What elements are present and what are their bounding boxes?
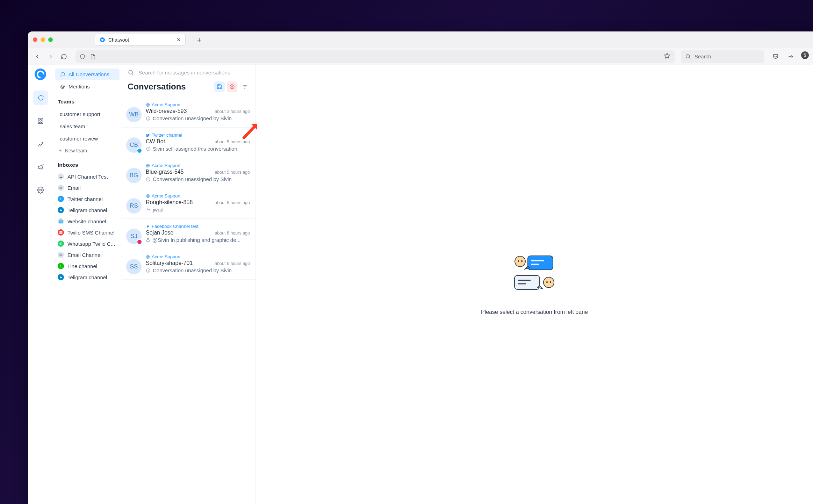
- conversation-item[interactable]: SJ Facebook Channel test Sojan Jose abou…: [122, 219, 256, 249]
- browser-tab[interactable]: Chatwoot ✕: [95, 34, 186, 46]
- sidebar-inbox-item[interactable]: ➤Teligram channel: [53, 204, 122, 216]
- channel-badge-icon: [137, 148, 142, 153]
- conversation-snippet: Sivin self-assigned this conversation: [146, 146, 250, 152]
- conversation-name: Wild-breeze-593: [146, 108, 211, 114]
- sidebar: All Conversations @ Mentions Teams custo…: [53, 65, 122, 504]
- reload-button[interactable]: [59, 51, 69, 62]
- minimize-window-button[interactable]: [41, 37, 45, 42]
- new-team-button[interactable]: ＋New team: [53, 145, 122, 156]
- at-icon: @: [60, 84, 65, 89]
- svg-rect-15: [147, 240, 150, 242]
- avatar: BG: [126, 168, 142, 183]
- new-tab-button[interactable]: ＋: [195, 35, 203, 45]
- back-button[interactable]: [32, 51, 43, 62]
- avatar: WB: [126, 107, 142, 122]
- maximize-window-button[interactable]: [48, 37, 53, 42]
- sidebar-item-mentions[interactable]: @ Mentions: [55, 81, 120, 92]
- conversation-time: about 5 hours ago: [215, 139, 250, 144]
- sidebar-team-item[interactable]: customer support: [55, 108, 120, 120]
- sidebar-inbox-item[interactable]: tTwitter channel: [53, 193, 122, 204]
- filter-button[interactable]: [239, 81, 250, 92]
- nav-rail: [28, 65, 53, 504]
- rail-contacts[interactable]: [33, 114, 48, 128]
- avatar: SJ: [126, 229, 142, 244]
- placeholder-text: Please select a conversation from left p…: [481, 309, 588, 315]
- conversation-item[interactable]: RS Acme Support Rough-silence-858 about …: [122, 188, 256, 219]
- tab-title: Chatwoot: [108, 37, 173, 43]
- conversation-name: CW Bot: [146, 138, 211, 145]
- conversation-time: about 6 hours ago: [215, 231, 250, 236]
- svg-point-19: [515, 256, 525, 267]
- conversation-item[interactable]: SS Acme Support Solitary-shape-701 about…: [122, 249, 256, 280]
- conversation-snippet: @Sivin In publishing and graphic de...: [146, 237, 250, 243]
- conversation-name: Rough-silence-858: [146, 199, 211, 206]
- window-controls: [33, 37, 53, 42]
- svg-point-8: [148, 119, 149, 120]
- sidebar-inbox-item[interactable]: 🌐Website channel: [53, 216, 122, 227]
- svg-rect-22: [528, 256, 553, 270]
- rail-conversations[interactable]: [33, 91, 48, 105]
- conversation-name: Blue-grass-545: [146, 169, 211, 175]
- conversation-name: Solitary-shape-701: [146, 260, 211, 266]
- channel-badge-icon: [137, 239, 142, 245]
- clear-filters-button[interactable]: [227, 81, 237, 92]
- avatar: CB: [126, 137, 142, 153]
- svg-point-29: [546, 281, 548, 283]
- sidebar-inbox-item[interactable]: ➤Teligram channel: [53, 272, 122, 283]
- bookmark-button[interactable]: [664, 52, 670, 60]
- sidebar-inbox-item[interactable]: ✉Email: [53, 182, 122, 193]
- svg-point-4: [129, 70, 132, 74]
- rail-settings[interactable]: [33, 183, 48, 197]
- sidebar-inbox-item[interactable]: ✆Whatsapp Twilio C...: [53, 238, 122, 249]
- sidebar-team-item[interactable]: customer review: [55, 133, 120, 144]
- tab-strip: Chatwoot ✕ ＋: [28, 31, 813, 48]
- favicon-icon: [99, 37, 105, 43]
- conversation-search-input[interactable]: [138, 70, 250, 76]
- sidebar-inbox-item[interactable]: LLine channel: [53, 260, 122, 272]
- close-window-button[interactable]: [33, 37, 37, 42]
- sidebar-item-all-conversations[interactable]: All Conversations: [55, 69, 120, 80]
- svg-point-28: [544, 277, 554, 288]
- search-bar[interactable]: Search: [681, 50, 764, 63]
- page-icon: [90, 54, 96, 59]
- search-icon: [685, 53, 691, 59]
- save-custom-view-button[interactable]: [214, 81, 225, 92]
- line-icon: L: [58, 263, 64, 269]
- conversation-item[interactable]: WB Acme Support Wild-breeze-593 about 3 …: [122, 97, 256, 128]
- chatwoot-app: All Conversations @ Mentions Teams custo…: [28, 65, 813, 504]
- conversation-item[interactable]: CB Twitter channel CW Bot about 5 hours …: [122, 128, 256, 158]
- rail-reports[interactable]: [33, 137, 48, 151]
- conversation-list[interactable]: WB Acme Support Wild-breeze-593 about 3 …: [122, 97, 256, 504]
- conversation-placeholder: Please select a conversation from left p…: [256, 65, 813, 504]
- sidebar-inbox-item[interactable]: ☁API Channel Test: [53, 171, 122, 182]
- svg-point-30: [550, 281, 551, 283]
- pocket-button[interactable]: [770, 51, 781, 62]
- conversation-header: Conversations: [122, 80, 256, 97]
- url-bar[interactable]: [75, 50, 675, 63]
- search-icon: [128, 69, 134, 76]
- conversation-time: about 5 hours ago: [215, 170, 250, 175]
- sidebar-inbox-item[interactable]: ☎Twilio SMS Channel: [53, 227, 122, 238]
- channel-label: Acme Support: [146, 163, 250, 168]
- channel-label: Twitter channel: [146, 132, 250, 138]
- svg-point-13: [148, 180, 149, 180]
- conversation-snippet: Conversation unassigned by Sivin: [146, 115, 250, 121]
- whatsapp-icon: ✆: [58, 240, 64, 247]
- svg-rect-25: [515, 275, 540, 289]
- sidebar-team-item[interactable]: sales team: [55, 121, 120, 132]
- conversation-item[interactable]: BG Acme Support Blue-grass-545 about 5 h…: [122, 158, 256, 188]
- avatar: RS: [126, 198, 142, 214]
- conversation-panel: Conversations WB Acme Support Wild-breez…: [122, 65, 256, 504]
- sidebar-inbox-item[interactable]: ✉Email Channel: [53, 249, 122, 260]
- account-avatar[interactable]: S: [801, 51, 809, 59]
- rail-campaigns[interactable]: [33, 160, 48, 174]
- empty-state-illustration-icon: [512, 254, 557, 299]
- chatwoot-logo-icon[interactable]: [35, 69, 46, 80]
- devtools-button[interactable]: [786, 51, 796, 62]
- forward-button[interactable]: [45, 51, 56, 62]
- plus-icon: ＋: [58, 147, 63, 154]
- close-tab-button[interactable]: ✕: [177, 37, 181, 43]
- sidebar-item-label: All Conversations: [69, 71, 109, 77]
- sidebar-heading-inboxes: Inboxes: [53, 156, 122, 171]
- conversation-snippet: jwqd: [146, 207, 250, 213]
